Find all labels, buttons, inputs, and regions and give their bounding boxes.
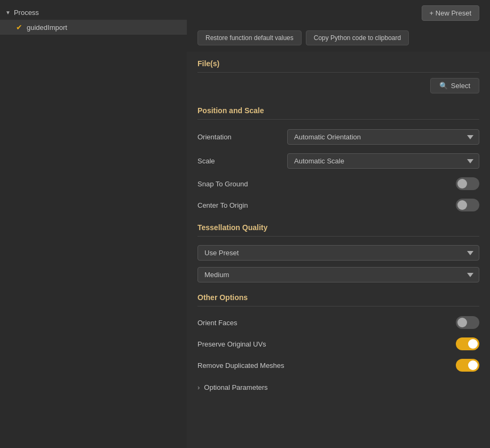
orient-faces-slider bbox=[456, 316, 479, 329]
action-buttons-row: Restore function default values Copy Pyt… bbox=[187, 26, 490, 52]
optional-chevron-icon: › bbox=[197, 383, 200, 391]
scale-right: Automatic Scale Manual Scale bbox=[287, 153, 479, 169]
orient-faces-row: Orient Faces bbox=[197, 312, 479, 333]
files-select-row: 🔍 Select bbox=[197, 78, 479, 93]
orientation-label: Orientation bbox=[197, 133, 232, 141]
orientation-row: Orientation Automatic Orientation Manual… bbox=[197, 125, 479, 149]
optional-parameters-row[interactable]: › Optional Parameters bbox=[197, 376, 479, 396]
position-scale-section: Position and Scale Orientation Automatic… bbox=[197, 99, 479, 216]
preserve-uvs-row: Preserve Original UVs bbox=[197, 333, 479, 355]
check-icon: ✔ bbox=[16, 23, 22, 32]
preserve-uvs-toggle[interactable] bbox=[456, 337, 479, 350]
snap-to-ground-toggle[interactable] bbox=[456, 177, 479, 190]
main-content: + New Preset Restore function default va… bbox=[187, 0, 490, 448]
snap-to-ground-row: Snap To Ground bbox=[197, 173, 479, 194]
sidebar-item-guided-import[interactable]: ✔ guidedImport bbox=[0, 20, 187, 35]
snap-to-ground-label: Snap To Ground bbox=[197, 180, 248, 188]
sidebar-item-label: guidedImport bbox=[27, 23, 67, 32]
copy-python-button[interactable]: Copy Python code to clipboard bbox=[306, 30, 409, 45]
tessellation-title: Tessellation Quality bbox=[197, 216, 479, 237]
scroll-content: File(s) 🔍 Select Position and Scale Orie… bbox=[187, 52, 490, 448]
preserve-uvs-label: Preserve Original UVs bbox=[197, 340, 266, 348]
files-section-title: File(s) bbox=[197, 52, 479, 73]
scale-label: Scale bbox=[197, 157, 215, 165]
center-to-origin-row: Center To Origin bbox=[197, 194, 479, 216]
topbar: + New Preset bbox=[187, 0, 490, 26]
sidebar-process-header[interactable]: ▼ Process bbox=[0, 5, 187, 20]
optional-parameters-label: Optional Parameters bbox=[204, 383, 267, 391]
quality-dropdown-row: Medium Low High Very High bbox=[197, 264, 479, 286]
sidebar: ▼ Process ✔ guidedImport bbox=[0, 0, 187, 448]
tessellation-section: Tessellation Quality Use Preset Custom M… bbox=[197, 216, 479, 286]
new-preset-button[interactable]: + New Preset bbox=[422, 5, 479, 21]
center-to-origin-slider bbox=[456, 199, 479, 211]
orient-faces-toggle[interactable] bbox=[456, 316, 479, 329]
remove-duplicates-slider bbox=[456, 359, 479, 372]
center-to-origin-label: Center To Origin bbox=[197, 201, 248, 209]
tessellation-preset-dropdown[interactable]: Use Preset Custom bbox=[197, 245, 479, 261]
select-label: Select bbox=[451, 82, 470, 90]
preserve-uvs-slider bbox=[456, 337, 479, 350]
remove-duplicates-row: Remove Duplicated Meshes bbox=[197, 355, 479, 376]
scale-dropdown[interactable]: Automatic Scale Manual Scale bbox=[287, 153, 479, 169]
snap-to-ground-slider bbox=[456, 177, 479, 190]
sidebar-section-label: Process bbox=[14, 9, 39, 17]
chevron-down-icon: ▼ bbox=[5, 10, 11, 15]
other-options-title: Other Options bbox=[197, 286, 479, 306]
center-to-origin-toggle[interactable] bbox=[456, 199, 479, 211]
orientation-right: Automatic Orientation Manual Orientation bbox=[287, 129, 479, 145]
restore-defaults-button[interactable]: Restore function default values bbox=[197, 30, 302, 45]
orientation-dropdown[interactable]: Automatic Orientation Manual Orientation bbox=[287, 129, 479, 145]
other-options-section: Other Options Orient Faces Preserve Orig… bbox=[197, 286, 479, 376]
orient-faces-label: Orient Faces bbox=[197, 319, 237, 327]
position-scale-title: Position and Scale bbox=[197, 99, 479, 120]
remove-duplicates-toggle[interactable] bbox=[456, 359, 479, 372]
scale-row: Scale Automatic Scale Manual Scale bbox=[197, 149, 479, 173]
files-section: File(s) 🔍 Select bbox=[197, 52, 479, 93]
select-files-button[interactable]: 🔍 Select bbox=[430, 78, 479, 93]
remove-duplicates-label: Remove Duplicated Meshes bbox=[197, 361, 284, 370]
tessellation-quality-dropdown[interactable]: Medium Low High Very High bbox=[197, 267, 479, 282]
preset-dropdown-row: Use Preset Custom bbox=[197, 242, 479, 264]
search-icon: 🔍 bbox=[439, 82, 448, 90]
